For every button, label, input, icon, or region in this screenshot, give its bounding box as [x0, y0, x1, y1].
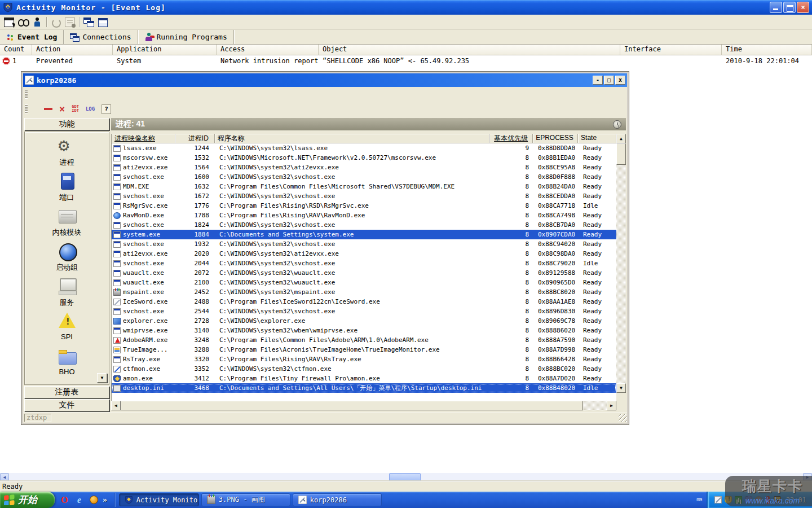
icesword-minimize-button[interactable]: - — [593, 76, 603, 85]
process-row[interactable]: ati2evxx.exe 2020 C:\WINDOWS\system32\at… — [112, 249, 616, 259]
icesword-close-button[interactable]: x — [615, 76, 625, 85]
gold-shield-icon[interactable] — [774, 496, 781, 503]
sidebar-item[interactable]: BHO — [25, 347, 109, 382]
help-icon[interactable]: ? — [102, 104, 111, 114]
report-icon[interactable] — [65, 17, 75, 27]
end-process-icon[interactable] — [44, 108, 52, 110]
process-row[interactable]: svchost.exe 2044 C:\WINDOWS\system32\svc… — [112, 259, 616, 268]
process-row[interactable]: RavMonD.exe 1788 C:\Program Files\Rising… — [112, 211, 616, 220]
process-row[interactable]: RsTray.exe 3320 C:\Program Files\Rising\… — [112, 354, 616, 364]
scroll-left-button[interactable]: ◀ — [111, 401, 121, 410]
scrollbar-thumb[interactable] — [121, 401, 583, 410]
scroll-right-button[interactable]: ▶ — [803, 473, 812, 481]
process-row[interactable]: lsass.exe 1244 C:\WINDOWS\system32\lsass… — [112, 143, 616, 153]
ie-icon[interactable]: e — [74, 495, 84, 505]
column-header-state[interactable]: State — [578, 134, 616, 143]
properties-icon[interactable] — [4, 17, 14, 27]
scroll-down-button[interactable]: ▼ — [616, 383, 626, 393]
kill-icon[interactable]: × — [59, 104, 65, 114]
sidebar-item[interactable]: 端口 — [25, 172, 109, 207]
scroll-left-button[interactable]: ◀ — [0, 473, 9, 481]
sidebar-item[interactable]: 服务 — [25, 277, 109, 312]
find-user-icon[interactable] — [32, 17, 42, 27]
sidebar-item[interactable]: 内核模块 — [25, 207, 109, 242]
opera-icon[interactable]: O — [60, 495, 69, 505]
process-row[interactable]: mscorsvw.exe 1532 C:\WINDOWS\Microsoft.N… — [112, 153, 616, 163]
close-button[interactable]: × — [797, 2, 809, 13]
process-row[interactable]: explorer.exe 2728 C:\WINDOWS\explorer.ex… — [112, 316, 616, 326]
function-header-button[interactable]: 功能 — [24, 118, 109, 130]
refresh-icon[interactable] — [51, 17, 61, 27]
process-row[interactable]: desktop.ini 3468 C:\Documents and Settin… — [112, 383, 616, 393]
process-row[interactable]: wuauclt.exe 2072 C:\WINDOWS\system32\wua… — [112, 268, 616, 278]
process-row[interactable]: svchost.exe 1824 C:\WINDOWS\system32\svc… — [112, 220, 616, 230]
gdt-idt-button[interactable]: GDTIDT — [72, 105, 79, 113]
process-row[interactable]: MDM.EXE 1632 C:\Program Files\Common Fil… — [112, 182, 616, 191]
process-row[interactable]: system.exe 1884 C:\Documents and Setting… — [112, 230, 616, 239]
process-row[interactable]: wmiprvse.exe 3140 C:\WINDOWS\system32\wb… — [112, 326, 616, 335]
process-row[interactable]: svchost.exe 1672 C:\WINDOWS\system32\svc… — [112, 191, 616, 201]
process-vertical-scrollbar[interactable]: ▲ ▼ — [616, 134, 626, 393]
process-row[interactable]: svchost.exe 2544 C:\WINDOWS\system32\svc… — [112, 306, 616, 316]
event-row[interactable]: 1 Prevented System Network intrusion rep… — [0, 55, 812, 66]
process-row[interactable]: ati2evxx.exe 1564 C:\WINDOWS\system32\at… — [112, 163, 616, 172]
kaka-icon[interactable] — [89, 495, 99, 505]
process-row[interactable]: AdobeARM.exe 3248 C:\Program Files\Commo… — [112, 335, 616, 345]
taskbar-button-paint[interactable]: 3.PNG - 画图 — [201, 493, 290, 506]
cascade-windows-icon[interactable] — [83, 17, 94, 27]
tile-windows-icon[interactable] — [98, 17, 108, 27]
column-header-count[interactable]: Count — [0, 45, 32, 55]
taskbar-button-korp20286[interactable]: korp20286 — [293, 493, 382, 506]
scrollbar-thumb[interactable] — [389, 473, 421, 481]
log-button[interactable]: LOG — [86, 106, 95, 112]
process-row[interactable]: IceSword.exe 2488 C:\Program Files\IceSw… — [112, 297, 616, 306]
column-header-program-name[interactable]: 程序名称 — [215, 134, 489, 143]
process-row[interactable]: svchost.exe 1932 C:\WINDOWS\system32\svc… — [112, 239, 616, 249]
column-header-priority[interactable]: 基本优先级 — [489, 134, 533, 143]
menu-grip[interactable] — [25, 90, 28, 99]
file-button[interactable]: 文件 — [24, 399, 109, 411]
injection-icon[interactable] — [766, 496, 770, 504]
quick-launch-overflow-chevron[interactable]: » — [103, 496, 107, 504]
start-button[interactable]: 开始 — [0, 492, 55, 508]
scroll-right-button[interactable]: ▶ — [607, 401, 616, 410]
gear-tray-icon[interactable] — [755, 496, 762, 503]
column-header-access[interactable]: Access — [217, 45, 319, 55]
process-row[interactable]: amon.exe 3412 C:\Program Files\Tiny Fire… — [112, 374, 616, 383]
column-header-eprocess[interactable]: EPROCESS — [533, 134, 578, 143]
process-row[interactable]: mspaint.exe 2452 C:\WINDOWS\system32\msp… — [112, 287, 616, 297]
view-tab[interactable]: Running Programs — [138, 30, 234, 44]
registry-button[interactable]: 注册表 — [24, 386, 109, 398]
column-header-object[interactable]: Object — [319, 45, 620, 55]
process-horizontal-scrollbar[interactable]: ◀ ▶ — [111, 401, 616, 410]
taskbar-button-activity-monitor[interactable]: Activity Monitor... — [119, 493, 199, 506]
sidebar-item[interactable]: 进程 — [25, 137, 109, 172]
alert-shield-icon[interactable] — [725, 496, 732, 503]
process-row[interactable]: wuauclt.exe 2100 C:\WINDOWS\system32\wua… — [112, 278, 616, 287]
scrollbar-thumb[interactable] — [616, 143, 626, 165]
view-tab[interactable]: Connections — [64, 30, 138, 44]
sidebar-item[interactable]: 启动组 — [25, 242, 109, 277]
process-row[interactable]: svchost.exe 1600 C:\WINDOWS\system32\svc… — [112, 172, 616, 182]
puzzle-icon[interactable] — [745, 496, 752, 503]
resize-grip[interactable] — [619, 414, 627, 422]
rising-icon[interactable] — [735, 496, 742, 503]
main-horizontal-scrollbar[interactable]: ◀ ▶ — [0, 473, 812, 481]
column-header-image-name[interactable]: 进程映像名称 — [112, 134, 175, 143]
toolbar-grip[interactable] — [25, 104, 28, 113]
input-method-keyboard-icon[interactable]: ⌨ — [696, 494, 702, 505]
icesword-maximize-button[interactable]: □ — [604, 76, 614, 85]
column-header-time[interactable]: Time — [722, 45, 812, 55]
minimize-button[interactable] — [770, 2, 782, 13]
panel-scroll-down-button[interactable]: ▼ — [97, 373, 107, 383]
tray-clock[interactable]: 22:01 — [786, 496, 806, 504]
column-header-application[interactable]: Application — [113, 45, 217, 55]
column-header-interface[interactable]: Interface — [620, 45, 722, 55]
column-header-pid[interactable]: 进程ID — [175, 134, 215, 143]
process-row[interactable]: ctfmon.exe 3352 C:\WINDOWS\system32\ctfm… — [112, 364, 616, 374]
scroll-up-button[interactable]: ▲ — [616, 134, 626, 143]
column-header-action[interactable]: Action — [32, 45, 113, 55]
view-tab[interactable]: Event Log — [0, 30, 64, 44]
restore-button[interactable] — [783, 2, 796, 13]
find-icon[interactable] — [18, 17, 28, 27]
